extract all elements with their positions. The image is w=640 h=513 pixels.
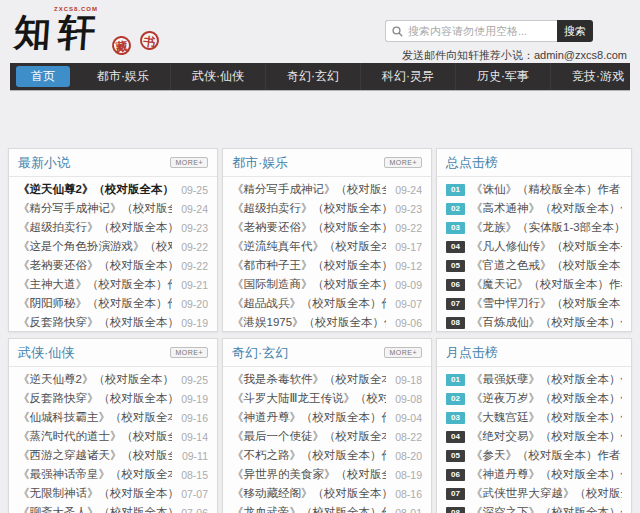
nav-item-city[interactable]: 都市·娱乐 — [76, 63, 171, 90]
book-link[interactable]: 《雪中悍刀行》（校对版全本）作… — [471, 296, 622, 311]
rank-badge: 05 — [446, 260, 465, 272]
list-item: 《阴阳师秘》（校对版全本）作者：灵异13号09-20 — [18, 294, 208, 313]
item-date: 09-06 — [386, 317, 422, 329]
book-link[interactable]: 《深空之下》（校对版全本）作者… — [471, 505, 622, 513]
book-link[interactable]: 《逆夜万岁》（校对版全本）作者… — [471, 391, 622, 406]
book-link[interactable]: 《反套路快穿》（校对版全本）作者：良心 — [18, 391, 172, 406]
list-item: 《神道丹尊》（校对版全本）作者：孤单地飞09-04 — [232, 408, 422, 427]
book-link[interactable]: 《超级拍卖行》（校对版全本）作者：玉米熊 — [18, 220, 172, 235]
book-link[interactable]: 《诛仙》（精校版全本）作者：萧鼎 — [471, 182, 622, 197]
list-item: 《无限制神话》（校对版全本）作者：废纸桥07-07 — [18, 484, 208, 503]
book-link[interactable]: 《斗罗大陆Ⅲ龙王传说》（校对版全本）作者… — [232, 391, 386, 406]
book-link[interactable]: 《最强神话帝皇》（校对版全本）作者：任我笑 — [18, 467, 172, 482]
book-link[interactable]: 《老衲要还俗》（校对版全本）作者：一梦黄粱 — [232, 220, 386, 235]
list-item: 《异世界的美食家》（校对版全本）作者：李…08-19 — [232, 465, 422, 484]
list-item: 《斗罗大陆Ⅲ龙王传说》（校对版全本）作者…09-08 — [232, 389, 422, 408]
panel-header: 最新小说MORE+ — [9, 149, 217, 177]
search-input[interactable] — [408, 25, 551, 37]
book-link[interactable]: 《我是杀毒软件》（校对版全本）作者：懒鸟 — [232, 372, 386, 387]
item-date: 07-07 — [172, 488, 208, 500]
list-item: 《龙血武帝》（校对版全本）作者：流水无痕08-01 — [232, 503, 422, 513]
book-link[interactable]: 《蒸汽时代的道士》（校对版全本）作者：雪… — [18, 429, 172, 444]
rank-badge: 07 — [446, 298, 465, 310]
list-item: 04《绝对交易》（校对版全本）作者… — [446, 427, 622, 446]
book-link[interactable]: 《高术通神》（校对版全本）作者… — [471, 201, 622, 216]
item-date: 08-22 — [386, 431, 422, 443]
book-link[interactable]: 《最后一个使徒》（校对版全本）作者：卷土 — [232, 429, 386, 444]
nav-item-wuxia[interactable]: 武侠·仙侠 — [171, 63, 266, 90]
recommend-email-note: 发送邮件向知轩推荐小说：admin@zxcs8.com — [402, 48, 627, 63]
more-button[interactable]: MORE+ — [170, 157, 208, 168]
book-link[interactable]: 《这是个角色扮演游戏》（校对版全本）作者… — [18, 239, 172, 254]
list-item: 03《龙族》（实体版1-3部全本）作者… — [446, 218, 622, 237]
panel-header: 奇幻·玄幻MORE+ — [223, 339, 431, 367]
book-list: 《我是杀毒软件》（校对版全本）作者：懒鸟09-18《斗罗大陆Ⅲ龙王传说》（校对版… — [223, 367, 431, 513]
list-item: 《国际制造商》（校对版全本）作者：二将09-09 — [232, 275, 422, 294]
rank-badge: 02 — [446, 393, 465, 405]
book-link[interactable]: 《移动藏经阁》（校对版全本）作者：汉宝 — [232, 486, 386, 501]
book-link[interactable]: 《阴阳师秘》（校对版全本）作者：灵异13号 — [18, 296, 172, 311]
book-link[interactable]: 《无限制神话》（校对版全本）作者：废纸桥 — [18, 486, 172, 501]
book-link[interactable]: 《武侠世界大穿越》（校对版全本… — [471, 486, 622, 501]
book-link[interactable]: 《国际制造商》（校对版全本）作者：二将 — [232, 277, 386, 292]
rank-badge: 06 — [446, 469, 465, 481]
book-link[interactable]: 《官道之色戒》（校对版全本）作… — [471, 258, 622, 273]
book-link[interactable]: 《大魏宫廷》（校对版全本）作者… — [471, 410, 622, 425]
book-link[interactable]: 《魔天记》（校对版全本）作者：… — [471, 277, 622, 292]
list-item: 《超级拍卖行》（校对版全本）作者：玉米熊09-23 — [232, 199, 422, 218]
site-logo[interactable]: ZXCS8.COM 知轩 藏 书 — [14, 4, 174, 60]
book-link[interactable]: 《不朽之路》（校对版全本）作者：胜己 — [232, 448, 386, 463]
rank-badge: 03 — [446, 222, 465, 234]
search-button[interactable]: 搜索 — [557, 20, 593, 42]
book-link[interactable]: 《反套路快穿》（校对版全本）作者：良心 — [18, 315, 172, 330]
nav-item-home[interactable]: 首页 — [16, 66, 70, 87]
book-link[interactable]: 《精分写手成神记》（校对版全本）作者：卡… — [18, 201, 172, 216]
book-link[interactable]: 《参天》（校对版全本）作者：风… — [471, 448, 622, 463]
book-link[interactable]: 《聊斋大圣人》（校对版全本）作者：佛前献花 — [18, 505, 172, 513]
book-link[interactable]: 《逆天仙尊2》（校对版全本）作者：杜灿 — [18, 182, 172, 197]
book-link[interactable]: 《龙族》（实体版1-3部全本）作者… — [471, 220, 622, 235]
book-link[interactable]: 《超品战兵》（校对版全本）作者：梁不凡 — [232, 296, 386, 311]
book-link[interactable]: 《西游之穿越诸天》（校对版全本）作者：千… — [18, 448, 172, 463]
panels-grid: 最新小说MORE+《逆天仙尊2》（校对版全本）作者：杜灿09-25《精分写手成神… — [8, 148, 632, 513]
book-link[interactable]: 《老衲要还俗》（校对版全本）作者：一梦黄粱 — [18, 258, 172, 273]
book-link[interactable]: 《凡人修仙传》（校对版全本+番外… — [471, 239, 622, 254]
book-link[interactable]: 《神道丹尊》（校对版全本）作者… — [471, 467, 622, 482]
list-item: 06《魔天记》（校对版全本）作者：… — [446, 275, 622, 294]
book-list: 01《诛仙》（精校版全本）作者：萧鼎02《高术通神》（校对版全本）作者…03《龙… — [437, 177, 631, 332]
panel-header: 武侠·仙侠MORE+ — [9, 339, 217, 367]
rank-badge: 01 — [446, 374, 465, 386]
list-item: 《老衲要还俗》（校对版全本）作者：一梦黄粱09-22 — [18, 256, 208, 275]
list-item: 05《官道之色戒》（校对版全本）作… — [446, 256, 622, 275]
book-link[interactable]: 《神道丹尊》（校对版全本）作者：孤单地飞 — [232, 410, 386, 425]
list-item: 《移动藏经阁》（校对版全本）作者：汉宝08-16 — [232, 484, 422, 503]
item-date: 07-06 — [172, 507, 208, 513]
panel-title: 都市·娱乐 — [232, 154, 288, 172]
book-link[interactable]: 《绝对交易》（校对版全本）作者… — [471, 429, 622, 444]
nav-item-fantasy[interactable]: 奇幻·玄幻 — [266, 63, 361, 90]
item-date: 08-19 — [386, 469, 422, 481]
list-item: 03《大魏宫廷》（校对版全本）作者… — [446, 408, 622, 427]
book-link[interactable]: 《仙城科技霸主》（校对版全本）作者：试剑… — [18, 410, 172, 425]
book-link[interactable]: 《最强妖孽》（校对版全本）作者… — [471, 372, 622, 387]
list-item: 《仙城科技霸主》（校对版全本）作者：试剑…09-16 — [18, 408, 208, 427]
book-link[interactable]: 《港娱1975》（校对版全本）作者：来不及忧伤 — [232, 315, 386, 330]
book-link[interactable]: 《精分写手成神记》（校对版全本）作者：卡… — [232, 182, 386, 197]
more-button[interactable]: MORE+ — [384, 347, 422, 358]
list-item: 08《深空之下》（校对版全本）作者… — [446, 503, 622, 513]
rank-badge: 04 — [446, 431, 465, 443]
book-link[interactable]: 《都市种子王》（校对版全本）作者：七星荔… — [232, 258, 386, 273]
nav-item-scifi[interactable]: 科幻·灵异 — [361, 63, 456, 90]
book-link[interactable]: 《超级拍卖行》（校对版全本）作者：玉米熊 — [232, 201, 386, 216]
book-link[interactable]: 《逆天仙尊2》（校对版全本）作者：杜灿 — [18, 372, 172, 387]
book-link[interactable]: 《主神大道》（校对版全本）作者：古月居士 — [18, 277, 172, 292]
more-button[interactable]: MORE+ — [384, 157, 422, 168]
book-link[interactable]: 《龙血武帝》（校对版全本）作者：流水无痕 — [232, 505, 386, 513]
book-link[interactable]: 《百炼成仙》（校对版全本）作者… — [471, 315, 622, 330]
list-item: 08《百炼成仙》（校对版全本）作者… — [446, 313, 622, 332]
book-link[interactable]: 《异世界的美食家》（校对版全本）作者：李… — [232, 467, 386, 482]
book-link[interactable]: 《逆流纯真年代》（校对版全本）作者：人间… — [232, 239, 386, 254]
more-button[interactable]: MORE+ — [170, 347, 208, 358]
nav-item-history[interactable]: 历史·军事 — [456, 63, 551, 90]
nav-item-game[interactable]: 竞技·游戏 — [551, 63, 640, 90]
